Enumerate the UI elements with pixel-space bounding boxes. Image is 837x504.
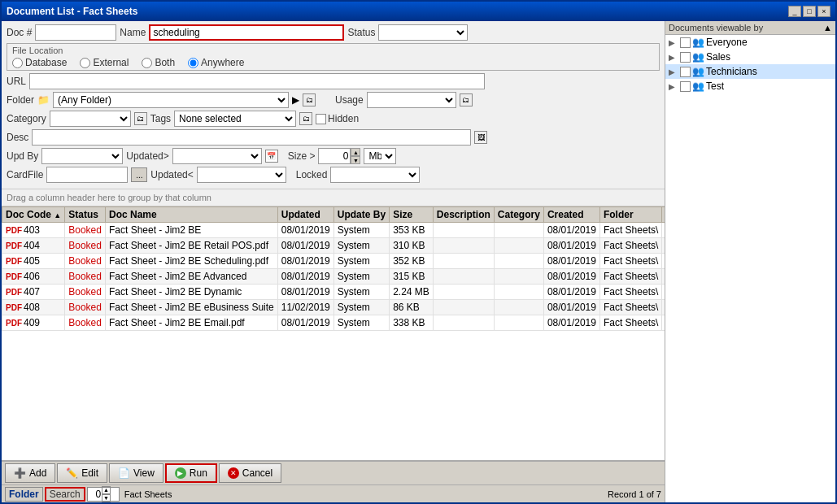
- hidden-label: Hidden: [328, 113, 359, 124]
- folder-arrow-icon: ▶: [292, 94, 299, 106]
- table-cell: Booked: [65, 223, 106, 238]
- radio-anywhere-input[interactable]: [188, 58, 198, 68]
- restore-button[interactable]: □: [803, 6, 816, 17]
- url-row: URL: [7, 73, 660, 89]
- col-status[interactable]: Status: [65, 207, 106, 223]
- folder-select[interactable]: (Any Folder): [53, 92, 289, 108]
- table-cell: [494, 315, 543, 331]
- table-row[interactable]: PDF406BookedFact Sheet - Jim2 BE Advance…: [2, 269, 665, 285]
- calendar-icon[interactable]: 📅: [265, 150, 278, 163]
- tree-item-everyone[interactable]: ▶ 👥 Everyone: [665, 35, 835, 50]
- size-input[interactable]: [318, 148, 351, 164]
- table-row[interactable]: PDF404BookedFact Sheet - Jim2 BE Retail …: [2, 238, 665, 254]
- folder-img-icon[interactable]: 🗂: [303, 93, 316, 106]
- doc-number-input[interactable]: [35, 24, 116, 41]
- table-cell: [494, 300, 543, 315]
- status-num-down[interactable]: ▼: [102, 494, 111, 502]
- tags-select[interactable]: None selected: [174, 111, 296, 127]
- upd-by-select[interactable]: [41, 148, 123, 164]
- cardfile-input[interactable]: [46, 167, 128, 183]
- folder-icon: 📁: [37, 94, 50, 106]
- col-linked[interactable]: Linked: [662, 207, 665, 223]
- desc-img-icon[interactable]: 🖼: [474, 131, 487, 144]
- radio-external-input[interactable]: [80, 58, 90, 68]
- tree-item-sales[interactable]: ▶ 👥 Sales: [665, 50, 835, 64]
- cancel-button[interactable]: ✕ Cancel: [219, 463, 281, 483]
- desc-input[interactable]: [32, 129, 471, 146]
- table-cell: PDF403: [2, 223, 65, 238]
- tree-checkbox[interactable]: [680, 81, 691, 92]
- right-panel-collapse-button[interactable]: ▲: [823, 23, 832, 33]
- col-doc-name[interactable]: Doc Name: [105, 207, 277, 223]
- col-category[interactable]: Category: [494, 207, 543, 223]
- col-description[interactable]: Description: [433, 207, 494, 223]
- tree-item-label: Everyone: [706, 37, 748, 48]
- radio-both[interactable]: Both: [142, 57, 175, 68]
- name-input[interactable]: [149, 24, 344, 41]
- table-row[interactable]: PDF408BookedFact Sheet - Jim2 BE eBusine…: [2, 300, 665, 315]
- run-button[interactable]: ▶ Run: [165, 463, 217, 483]
- tree-checkbox[interactable]: [680, 52, 691, 63]
- table-cell: 08/01/2019: [543, 223, 599, 238]
- col-size[interactable]: Size: [390, 207, 434, 223]
- hidden-checkbox[interactable]: [316, 114, 326, 124]
- category-select[interactable]: [50, 111, 131, 127]
- category-img-icon[interactable]: 🗂: [134, 112, 147, 125]
- form-area: Doc # Name Status File Location: [2, 21, 665, 189]
- tags-img-icon[interactable]: 🗂: [299, 112, 312, 125]
- status-search-label[interactable]: Search: [45, 487, 85, 502]
- tree-expand-icon: ▶: [669, 67, 678, 76]
- bottom-bar: ➕ Add ✏️ Edit 📄 View ▶ Run ✕ Cancel: [2, 460, 665, 484]
- table-cell: 353 KB: [390, 223, 434, 238]
- table-cell: System: [333, 238, 389, 254]
- radio-external-label: External: [93, 57, 129, 68]
- radio-external[interactable]: External: [80, 57, 129, 68]
- title-controls: _ □ ×: [788, 6, 830, 17]
- status-select[interactable]: [378, 24, 468, 41]
- table-cell: [433, 315, 494, 331]
- category-label: Category: [7, 113, 46, 124]
- updated-gt-select[interactable]: [172, 148, 262, 164]
- table-row[interactable]: PDF403BookedFact Sheet - Jim2 BE08/01/20…: [2, 223, 665, 238]
- radio-anywhere[interactable]: Anywhere: [188, 57, 244, 68]
- cardfile-ellipsis-button[interactable]: ...: [131, 167, 147, 182]
- size-down-button[interactable]: ▼: [351, 156, 360, 164]
- table-row[interactable]: PDF409BookedFact Sheet - Jim2 BE Email.p…: [2, 315, 665, 331]
- locked-label: Locked: [296, 169, 328, 180]
- col-updated[interactable]: Updated: [277, 207, 333, 223]
- radio-both-label: Both: [155, 57, 175, 68]
- radio-both-input[interactable]: [142, 58, 152, 68]
- right-panel-header: Documents viewable by ▲: [665, 21, 835, 35]
- usage-select[interactable]: [367, 92, 456, 108]
- view-button[interactable]: 📄 View: [109, 463, 163, 483]
- col-doc-code[interactable]: Doc Code ▲: [2, 207, 65, 223]
- status-number[interactable]: 0 ▲ ▼: [87, 487, 120, 502]
- locked-select[interactable]: [330, 167, 420, 183]
- tree-checkbox[interactable]: [680, 67, 691, 77]
- edit-button[interactable]: ✏️ Edit: [57, 463, 107, 483]
- hidden-checkbox-group: Hidden: [316, 113, 359, 124]
- group-user-icon: 👥: [692, 80, 704, 92]
- file-location-group: File Location Database External Both: [7, 43, 660, 71]
- tree-checkbox[interactable]: [680, 37, 691, 48]
- table-row[interactable]: PDF405BookedFact Sheet - Jim2 BE Schedul…: [2, 254, 665, 269]
- close-button[interactable]: ×: [817, 6, 830, 17]
- table-cell: [433, 223, 494, 238]
- col-created[interactable]: Created: [543, 207, 599, 223]
- tree-item-test[interactable]: ▶ 👥 Test: [665, 79, 835, 93]
- updated-lt-select[interactable]: [197, 167, 286, 183]
- size-up-button[interactable]: ▲: [351, 148, 360, 156]
- tree-item-technicians[interactable]: ▶ 👥 Technicians: [665, 64, 835, 79]
- radio-database-input[interactable]: [12, 58, 23, 68]
- col-folder[interactable]: Folder: [599, 207, 661, 223]
- col-update-by[interactable]: Update By: [333, 207, 389, 223]
- radio-database[interactable]: Database: [12, 57, 67, 68]
- add-button[interactable]: ➕ Add: [5, 463, 55, 483]
- minimize-button[interactable]: _: [788, 6, 801, 17]
- table-cell: System: [333, 300, 389, 315]
- mb-select[interactable]: Mb Kb: [364, 148, 396, 164]
- url-input[interactable]: [29, 73, 485, 89]
- table-row[interactable]: PDF407BookedFact Sheet - Jim2 BE Dynamic…: [2, 285, 665, 300]
- status-num-up[interactable]: ▲: [102, 486, 111, 494]
- usage-img-icon[interactable]: 🗂: [460, 93, 473, 106]
